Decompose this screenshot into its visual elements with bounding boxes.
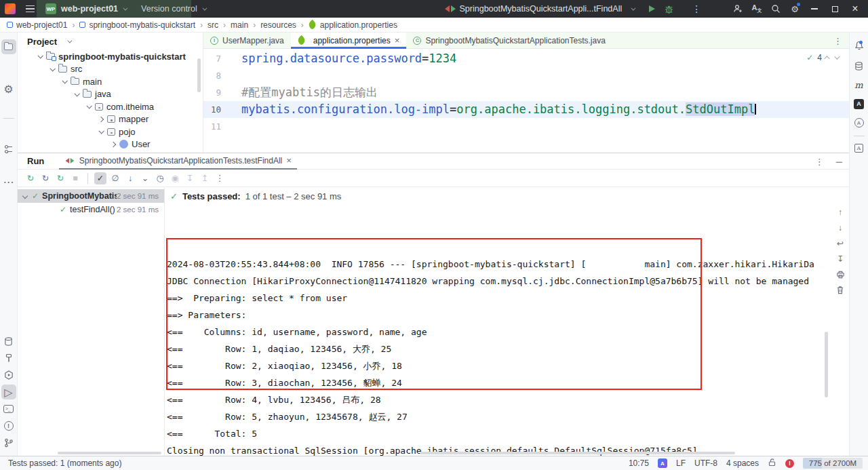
structure-tool-icon[interactable] — [1, 142, 16, 157]
console-hscrollbar-thumb[interactable] — [420, 452, 735, 454]
ai-assistant-icon[interactable]: A — [852, 115, 867, 130]
maven-tool-icon[interactable]: m — [852, 77, 867, 92]
line-separator[interactable]: LF — [676, 458, 686, 468]
more-actions-icon[interactable]: ⋮ — [692, 3, 701, 14]
tree-chevron-icon[interactable] — [62, 78, 67, 83]
previous-problem-icon[interactable] — [824, 56, 829, 61]
run-tab-label[interactable]: SpringbootMybatisQuickstartApplicationTe… — [79, 156, 282, 165]
editor-line[interactable]: 11 — [203, 118, 849, 135]
breadcrumb-item[interactable]: resources — [260, 20, 309, 30]
scroll-up-icon[interactable]: ↑ — [835, 207, 846, 217]
sort-alphabetically-icon[interactable]: ↓ — [124, 172, 136, 184]
tree-item-label[interactable]: java — [95, 89, 111, 99]
hide-panel-icon[interactable]: ─ — [836, 157, 842, 167]
tree-item[interactable]: User — [18, 138, 203, 151]
project-avatar[interactable]: WP — [45, 3, 56, 14]
close-icon[interactable]: × — [286, 156, 292, 165]
tree-item[interactable]: main — [18, 75, 203, 88]
run-tests-icon[interactable]: ↻ — [54, 172, 66, 184]
console-output[interactable]: 2024-08-03T20:55:43.844+08:00 INFO 17856… — [165, 205, 849, 456]
tree-item[interactable]: java — [18, 88, 203, 101]
tree-item-label[interactable]: main — [83, 77, 102, 87]
print-icon[interactable] — [835, 269, 846, 279]
soft-wrap-icon[interactable]: ↩ — [835, 238, 846, 248]
terminal-tool-icon[interactable]: >_ — [1, 402, 16, 416]
stop-icon[interactable]: ■ — [69, 172, 81, 184]
build-hammer-icon[interactable] — [1, 351, 16, 366]
more-icon[interactable]: ⋮ — [214, 172, 226, 184]
project-panel-header[interactable]: Project — [18, 33, 203, 50]
sort-by-duration-icon[interactable]: ◷ — [154, 172, 166, 184]
test-tree-row[interactable]: ✓ SpringbootMybatisQ 2 sec 91 ms — [18, 189, 164, 203]
expand-all-icon[interactable]: ⌄ — [139, 172, 151, 184]
editor-line[interactable]: 10 mybatis.configuration.log-impl=org.ap… — [203, 101, 849, 118]
settings-sync-icon[interactable]: ⚙ — [1, 81, 16, 96]
tree-item-label[interactable]: com.itheima — [106, 102, 154, 112]
tab-label[interactable]: application.properties — [313, 36, 391, 45]
tree-item[interactable]: com.itheima — [18, 100, 203, 113]
documentation-tool-icon[interactable]: A — [852, 140, 867, 155]
tree-chevron-icon[interactable] — [111, 142, 116, 147]
file-encoding[interactable]: UTF-8 — [694, 458, 717, 468]
editor-line[interactable]: 8 — [203, 67, 849, 84]
database-changes-icon[interactable] — [1, 334, 16, 349]
services-tool-icon[interactable] — [1, 368, 16, 383]
run-configuration-widget[interactable]: SpringbootMybatisQuickstartAppli...tFind… — [445, 0, 701, 18]
code-area[interactable]: 7 spring.datasource.password=1234 8 9 #配… — [203, 49, 849, 152]
breadcrumb-item[interactable]: springboot-mybatis-quickstart — [79, 20, 208, 30]
tree-chevron-icon[interactable] — [50, 66, 55, 71]
tree-item[interactable]: src — [18, 63, 203, 76]
editor-line[interactable]: 7 spring.datasource.password=1234 — [203, 50, 849, 67]
export-tests-icon[interactable]: ↥ — [199, 172, 211, 184]
tree-item-label[interactable]: springboot-mybatis-quickstart — [58, 52, 186, 62]
vcs-widget[interactable]: Version control — [141, 4, 197, 14]
test-name[interactable]: SpringbootMybatisQ — [42, 191, 117, 201]
indent-style[interactable]: 4 spaces — [726, 458, 759, 468]
editor-line[interactable]: 9 #配置myabtis的日志输出 — [203, 84, 849, 101]
toolbar-divider[interactable] — [87, 173, 88, 184]
tab-label[interactable]: UserMapper.java — [222, 36, 284, 45]
translate-status-icon[interactable]: A — [658, 458, 667, 468]
breadcrumb-label[interactable]: web-project01 — [16, 20, 67, 30]
breadcrumb-label[interactable]: resources — [260, 20, 296, 30]
project-scrollbar-thumb[interactable] — [197, 58, 201, 92]
tree-item[interactable]: pojo — [18, 125, 203, 138]
chevron-down-icon[interactable] — [202, 5, 207, 10]
editor-tab[interactable]: SpringbootMybatisQuickstartApplicationTe… — [406, 33, 612, 48]
unlock-icon[interactable] — [768, 458, 776, 469]
notifications-bell-icon[interactable] — [852, 38, 867, 53]
memory-indicator[interactable]: 775 of 2700M — [803, 458, 863, 469]
breadcrumb-item[interactable]: src — [208, 20, 231, 30]
debug-button[interactable] — [659, 0, 678, 18]
editor-more-icon[interactable]: ⋮ — [833, 33, 842, 49]
test-name[interactable]: testFindAll() — [70, 205, 115, 214]
maximize-button[interactable] — [825, 0, 845, 18]
close-icon[interactable]: × — [395, 36, 400, 45]
breadcrumb-item[interactable]: application.properties — [309, 20, 397, 30]
run-panel-title[interactable]: Run — [27, 156, 44, 166]
settings-gear-icon[interactable]: ⚙ — [785, 0, 804, 18]
tab-label[interactable]: SpringbootMybatisQuickstartApplicationTe… — [425, 36, 605, 45]
tree-item-label[interactable]: pojo — [119, 127, 136, 137]
editor-tab[interactable]: application.properties × — [291, 33, 407, 48]
run-configuration-name[interactable]: SpringbootMybatisQuickstartAppli...tFind… — [460, 4, 623, 14]
show-passed-icon[interactable]: ✓ — [94, 172, 106, 184]
console-vscrollbar-thumb[interactable] — [825, 332, 828, 397]
chevron-down-icon[interactable] — [123, 5, 127, 10]
rerun-icon[interactable]: ↻ — [24, 172, 37, 184]
tree-chevron-icon[interactable] — [22, 193, 28, 199]
project-name[interactable]: web-project01 — [61, 4, 118, 14]
tree-chevron-icon[interactable] — [98, 128, 104, 134]
run-tool-icon[interactable]: ▷ — [1, 385, 16, 399]
import-tests-icon[interactable]: ↧ — [184, 172, 196, 184]
inspections-widget[interactable]: ✓ 4 — [806, 53, 838, 62]
show-ignored-icon[interactable]: ∅ — [109, 172, 121, 184]
translation-plugin-icon[interactable]: A — [852, 96, 867, 111]
tree-item-label[interactable]: src — [71, 64, 82, 74]
project-tool-icon[interactable] — [1, 39, 16, 54]
test-console[interactable]: ✓ Tests passed: 1 of 1 test – 2 sec 91 m… — [165, 188, 849, 456]
scroll-to-end-icon[interactable]: ↧ — [835, 254, 846, 264]
run-tab[interactable]: SpringbootMybatisQuickstartApplicationTe… — [59, 153, 297, 170]
test-history-icon[interactable]: ◉ — [169, 172, 181, 184]
run-button[interactable] — [649, 5, 655, 12]
